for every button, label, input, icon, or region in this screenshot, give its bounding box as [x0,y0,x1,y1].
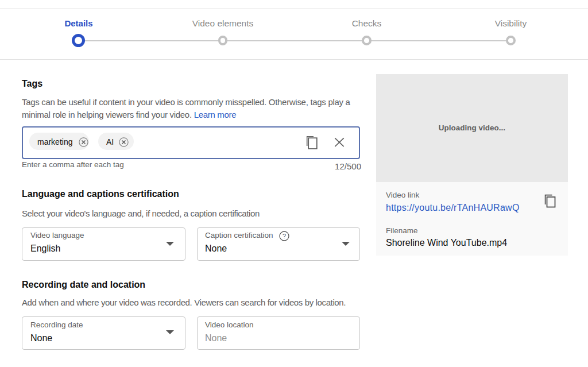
svg-text:?: ? [283,233,286,239]
